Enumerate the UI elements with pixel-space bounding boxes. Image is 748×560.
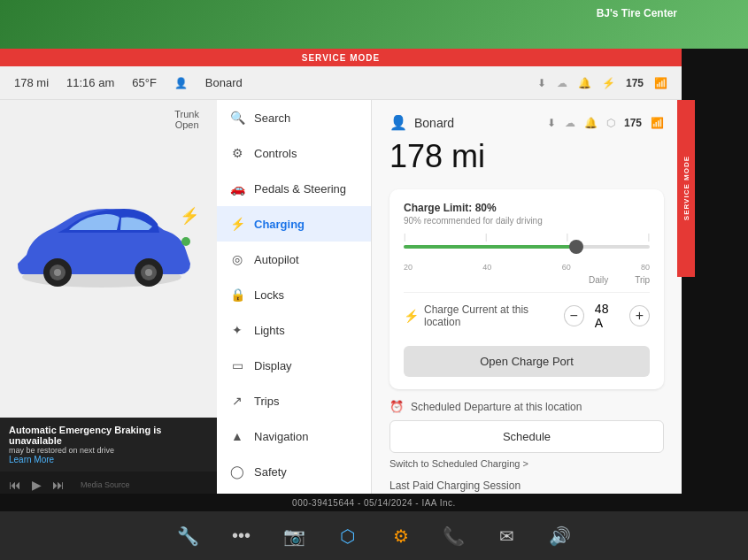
sidebar-item-controls[interactable]: ⚙Controls (217, 135, 371, 171)
sidebar-label-search: Search (254, 111, 290, 125)
sidebar-label-display: Display (254, 359, 292, 372)
prev-track-btn[interactable]: ⏮ (9, 478, 21, 492)
sidebar-label-safety: Safety (254, 465, 287, 479)
navigation-icon: ▲ (229, 428, 245, 444)
taskbar-dots[interactable]: ••• (226, 520, 258, 552)
time-display: 11:16 am (66, 76, 114, 89)
sidebar-item-search[interactable]: 🔍Search (217, 100, 371, 135)
trips-icon: ↗ (229, 393, 245, 409)
sidebar-item-lights[interactable]: ✦Lights (217, 312, 371, 348)
sidebar-label-navigation: Navigation (254, 430, 308, 443)
taskbar-bluetooth[interactable]: ⬡ (332, 520, 364, 552)
slider-markers: 20406080 (404, 263, 650, 272)
charge-current-row: ⚡ Charge Current at this location − 48 A… (404, 292, 650, 339)
svg-point-6 (145, 269, 152, 276)
taskbar-volume[interactable]: 🔊 (544, 520, 576, 552)
sidebar-item-navigation[interactable]: ▲Navigation (217, 418, 371, 454)
slider-thumb[interactable] (569, 240, 583, 254)
sidebar-label-pedals: Pedals & Steering (254, 182, 346, 196)
svg-point-3 (54, 269, 61, 276)
taskbar-settings[interactable]: ⚙ (385, 520, 417, 552)
range-large: 178 mi (389, 138, 664, 175)
current-value: 48 A (595, 302, 619, 330)
user-name-top: Bonard (205, 76, 243, 89)
taskbar-phone[interactable]: 📞 (438, 520, 470, 552)
service-mode-side-bar: SERVICE MODE (677, 100, 695, 277)
alert-title: Automatic Emergency Braking is unavailab… (9, 425, 208, 446)
sidebar-item-trips[interactable]: ↗Trips (217, 383, 371, 418)
sidebar-label-trips: Trips (254, 395, 279, 408)
right-panel: 👤 Bonard ⬇ ☁ 🔔 ⬡ 175 📶 178 mi Charge Lim… (372, 100, 682, 498)
slider-track (404, 245, 650, 249)
sidebar-item-pedals[interactable]: 🚗Pedals & Steering (217, 171, 371, 206)
service-mode-banner: SERVICE MODE (0, 49, 682, 66)
svg-point-7 (181, 237, 190, 246)
decrease-current-btn[interactable]: − (564, 305, 584, 326)
charge-card: Charge Limit: 80% 90% recommended for da… (389, 189, 664, 389)
locks-icon: 🔒 (229, 287, 245, 303)
sidebar-item-charging[interactable]: ⚡Charging (217, 206, 371, 242)
charge-current-label: ⚡ Charge Current at this location (404, 303, 564, 328)
search-icon: 🔍 (229, 110, 245, 126)
download-icon: ⬇ (547, 117, 556, 129)
sidebar-label-charging: Charging (254, 218, 305, 231)
charge-limit-slider[interactable]: |||| (404, 233, 650, 259)
play-btn[interactable]: ▶ (32, 478, 42, 492)
sidebar: 🔍Search⚙Controls🚗Pedals & Steering⚡Charg… (217, 100, 372, 498)
alert-bar: Automatic Emergency Braking is unavailab… (0, 418, 217, 472)
display-icon: ▭ (229, 357, 245, 373)
left-panel: Trunk Open (0, 100, 217, 498)
charging-icon: ⚡ (229, 216, 245, 232)
user-icon: 👤 (389, 114, 407, 131)
signal-icon: 📶 (651, 117, 664, 129)
increase-current-btn[interactable]: + (629, 305, 650, 326)
main-content: Trunk Open (0, 100, 682, 498)
taskbar-camera[interactable]: 📷 (279, 520, 311, 552)
bell-icon: 🔔 (584, 117, 598, 129)
cloud-icon: ☁ (565, 117, 575, 129)
bluetooth-icon: ⬡ (606, 117, 615, 129)
daily-trip-labels: Daily Trip (404, 275, 650, 285)
open-charge-port-btn[interactable]: Open Charge Port (404, 346, 650, 377)
schedule-btn[interactable]: Schedule (389, 420, 664, 453)
car-illustration: ⚡ ⚡ (9, 171, 195, 348)
header-icons: ⬇ ☁ 🔔 ⬡ 175 📶 (547, 117, 664, 129)
taskbar: 🔧•••📷⬡⚙📞✉🔊 (0, 511, 748, 560)
range-display-top: 178 mi (14, 76, 49, 89)
sidebar-label-locks: Locks (254, 288, 284, 302)
temperature-display: 65°F (132, 76, 157, 89)
taskbar-wrench[interactable]: 🔧 (173, 520, 204, 552)
sidebar-label-controls: Controls (254, 147, 297, 160)
safety-icon: ◯ (229, 464, 245, 479)
charge-limit-sub: 90% recommended for daily driving (404, 216, 650, 226)
taskbar-email[interactable]: ✉ (491, 520, 523, 552)
slider-fill (404, 245, 576, 249)
autopilot-icon: ◎ (229, 251, 245, 267)
username-display: Bonard (414, 116, 454, 130)
learn-more-link[interactable]: Learn More (9, 455, 54, 464)
sidebar-item-locks[interactable]: 🔒Locks (217, 277, 371, 312)
controls-icon: ⚙ (229, 145, 245, 161)
charge-limit-label: Charge Limit: 80% (404, 202, 650, 214)
alert-sub: may be restored on next drive (9, 446, 208, 455)
sidebar-item-display[interactable]: ▭Display (217, 348, 371, 383)
switch-charging-link[interactable]: Switch to Scheduled Charging > (389, 458, 664, 469)
media-source-label: Media Source (81, 480, 130, 489)
sidebar-item-autopilot[interactable]: ◎Autopilot (217, 242, 371, 277)
bottom-info-bar: 000-39415644 - 05/14/2024 - IAA Inc. (0, 494, 748, 511)
battery-level: 175 (624, 117, 642, 129)
trunk-label: Trunk Open (174, 109, 199, 130)
scheduled-departure-label: ⏰ Scheduled Departure at this location (389, 400, 664, 413)
sidebar-label-lights: Lights (254, 324, 285, 337)
next-track-btn[interactable]: ⏭ (52, 478, 65, 492)
bjs-label: BJ's Tire Center (597, 7, 677, 19)
charge-indicator: ⚡ (180, 206, 199, 226)
lights-icon: ✦ (229, 322, 245, 338)
charge-current-control: − 48 A + (564, 302, 650, 330)
sidebar-item-safety[interactable]: ◯Safety (217, 454, 371, 489)
user-header: 👤 Bonard ⬇ ☁ 🔔 ⬡ 175 📶 (389, 114, 664, 131)
top-bar: 178 mi 11:16 am 65°F 👤 Bonard ⬇ ☁ 🔔 ⚡ 17… (0, 66, 682, 100)
sidebar-label-autopilot: Autopilot (254, 253, 299, 266)
pedals-icon: 🚗 (229, 180, 245, 196)
last-paid-label: Last Paid Charging Session (389, 479, 664, 492)
